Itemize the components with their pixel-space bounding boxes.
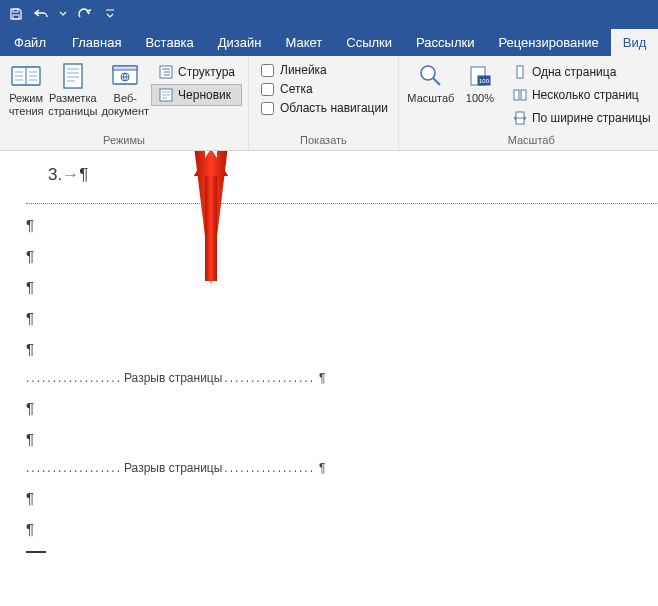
undo-icon	[33, 7, 51, 21]
page-width-label: По ширине страницы	[532, 111, 651, 125]
svg-line-28	[433, 78, 440, 85]
ribbon: Режим чтения Разметка страницы Веб- доку…	[0, 56, 658, 151]
print-layout-icon	[57, 62, 89, 90]
chevron-down-icon	[59, 10, 67, 18]
views-group-label: Режимы	[0, 132, 248, 150]
web-layout-label-1: Веб-	[114, 92, 137, 105]
hundred-percent-button[interactable]: 100 100%	[457, 60, 503, 105]
gridlines-label: Сетка	[280, 82, 313, 96]
print-layout-label-2: страницы	[48, 105, 97, 118]
ruler-checkbox[interactable]: Линейка	[257, 61, 392, 79]
tab-review[interactable]: Рецензирование	[486, 29, 610, 56]
ruler-checkbox-input[interactable]	[261, 64, 274, 77]
draft-button[interactable]: Черновик	[151, 84, 242, 106]
ruler-label: Линейка	[280, 63, 327, 77]
web-layout-icon	[109, 62, 141, 90]
zoom-group-label: Масштаб	[399, 132, 658, 150]
tab-design[interactable]: Дизайн	[206, 29, 274, 56]
doc-paragraph: ¶	[26, 489, 658, 506]
doc-paragraph: ¶	[26, 247, 658, 264]
doc-paragraph: ¶	[26, 340, 658, 357]
zoom-button[interactable]: Масштаб	[405, 60, 457, 105]
undo-button[interactable]	[30, 2, 54, 26]
doc-paragraph: ¶	[26, 216, 658, 233]
one-page-label: Одна страница	[532, 65, 616, 79]
group-show: Линейка Сетка Область навигации Показать	[249, 56, 399, 150]
nav-pane-label: Область навигации	[280, 101, 388, 115]
tab-home[interactable]: Главная	[60, 29, 133, 56]
redo-icon	[76, 7, 92, 21]
web-layout-button[interactable]: Веб- документ	[99, 60, 151, 117]
web-layout-label-2: документ	[101, 105, 149, 118]
document-content: 3.→¶ ¶ ¶ ¶ ¶ ¶ ..................Разрыв …	[0, 151, 658, 553]
outline-icon	[158, 64, 174, 80]
section-divider	[26, 203, 658, 204]
outline-button[interactable]: Структура	[151, 61, 242, 83]
one-page-button[interactable]: Одна страница	[505, 61, 658, 83]
doc-line-first: 3.→¶	[26, 165, 658, 185]
svg-rect-10	[64, 64, 82, 88]
svg-rect-34	[521, 90, 526, 100]
quick-access-toolbar	[0, 0, 658, 28]
hundred-percent-icon: 100	[464, 62, 496, 90]
customize-qat-button[interactable]	[98, 2, 122, 26]
group-views: Режим чтения Разметка страницы Веб- доку…	[0, 56, 249, 150]
tab-insert[interactable]: Вставка	[133, 29, 205, 56]
page-break-marker: ..................Разрыв страницы.......…	[26, 461, 658, 475]
doc-horizontal-rule	[26, 551, 46, 553]
doc-paragraph: ¶	[26, 309, 658, 326]
one-page-icon	[512, 64, 528, 80]
redo-button[interactable]	[72, 2, 96, 26]
gridlines-checkbox-input[interactable]	[261, 83, 274, 96]
save-button[interactable]	[4, 2, 28, 26]
document-area[interactable]: 3.→¶ ¶ ¶ ¶ ¶ ¶ ..................Разрыв …	[0, 151, 658, 606]
svg-rect-16	[113, 66, 137, 70]
tab-mailings[interactable]: Рассылки	[404, 29, 486, 56]
doc-paragraph: ¶	[26, 430, 658, 447]
print-layout-label-1: Разметка	[49, 92, 97, 105]
page-break-marker: ..................Разрыв страницы.......…	[26, 371, 658, 385]
multi-page-label: Несколько страниц	[532, 88, 639, 102]
multi-page-button[interactable]: Несколько страниц	[505, 84, 658, 106]
read-mode-label-1: Режим	[9, 92, 43, 105]
gridlines-checkbox[interactable]: Сетка	[257, 80, 392, 98]
svg-rect-0	[13, 9, 18, 12]
svg-text:100: 100	[479, 78, 490, 84]
tab-file[interactable]: Файл	[0, 29, 60, 56]
page-width-icon	[512, 110, 528, 126]
draft-label: Черновик	[178, 88, 231, 102]
tab-references[interactable]: Ссылки	[334, 29, 404, 56]
undo-dropdown[interactable]	[56, 2, 70, 26]
save-icon	[9, 7, 23, 21]
page-width-button[interactable]: По ширине страницы	[505, 107, 658, 129]
draft-icon	[158, 87, 174, 103]
nav-pane-checkbox-input[interactable]	[261, 102, 274, 115]
print-layout-button[interactable]: Разметка страницы	[46, 60, 99, 117]
tab-layout[interactable]: Макет	[273, 29, 334, 56]
svg-rect-33	[514, 90, 519, 100]
svg-rect-32	[517, 66, 523, 78]
multi-page-icon	[512, 87, 528, 103]
group-zoom: Масштаб 100 100% Одна страница	[399, 56, 658, 150]
doc-paragraph: ¶	[26, 278, 658, 295]
tab-view[interactable]: Вид	[611, 29, 658, 56]
zoom-icon	[415, 62, 447, 90]
read-mode-button[interactable]: Режим чтения	[6, 60, 46, 117]
read-mode-label-2: чтения	[9, 105, 44, 118]
outline-label: Структура	[178, 65, 235, 79]
svg-point-27	[421, 66, 435, 80]
doc-paragraph: ¶	[26, 520, 658, 537]
hundred-label: 100%	[466, 92, 494, 105]
doc-paragraph: ¶	[26, 399, 658, 416]
nav-pane-checkbox[interactable]: Область навигации	[257, 99, 392, 117]
ribbon-tabs: Файл Главная Вставка Дизайн Макет Ссылки…	[0, 28, 658, 56]
zoom-label: Масштаб	[407, 92, 454, 105]
read-mode-icon	[10, 62, 42, 90]
customize-icon	[105, 8, 115, 20]
show-group-label: Показать	[249, 132, 398, 150]
